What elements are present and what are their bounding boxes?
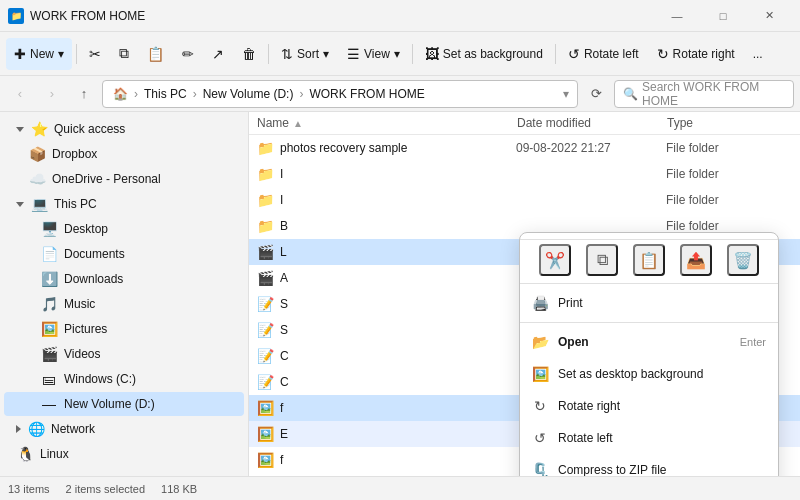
new-button[interactable]: ✚ New ▾ bbox=[6, 38, 72, 70]
file-row[interactable]: 📁 I File folder 19 bbox=[249, 187, 800, 213]
ctx-compress-zip-item[interactable]: 🗜️ Compress to ZIP file bbox=[520, 454, 778, 476]
sidebar-label: Windows (C:) bbox=[64, 372, 136, 386]
sidebar-item-windows-c[interactable]: 🖴 Windows (C:) bbox=[4, 367, 244, 391]
path-work-from-home[interactable]: WORK FROM HOME bbox=[307, 87, 426, 101]
col-header-date[interactable]: Date modified bbox=[517, 116, 667, 130]
ctx-share-button[interactable]: 📤 bbox=[680, 244, 712, 276]
minimize-button[interactable]: — bbox=[654, 0, 700, 32]
set-background-button[interactable]: 🖼 Set as background bbox=[417, 38, 551, 70]
back-button[interactable]: ‹ bbox=[6, 80, 34, 108]
title-bar: 📁 WORK FROM HOME — □ ✕ bbox=[0, 0, 800, 32]
file-type: File folder bbox=[666, 141, 796, 155]
ctx-open-label: Open bbox=[558, 335, 730, 349]
context-menu-divider-1 bbox=[520, 322, 778, 323]
this-pc-icon: 💻 bbox=[30, 196, 48, 212]
ctx-copy-button[interactable]: ⧉ bbox=[586, 244, 618, 276]
file-name: A bbox=[280, 271, 516, 285]
file-size: 41 bbox=[796, 219, 800, 233]
sidebar-item-quick-access[interactable]: ⭐ Quick access bbox=[4, 117, 244, 141]
sidebar-item-new-volume[interactable]: — New Volume (D:) bbox=[4, 392, 244, 416]
col-type-label: Type bbox=[667, 116, 693, 130]
downloads-icon: ⬇️ bbox=[40, 271, 58, 287]
path-dropdown-icon[interactable]: ▾ bbox=[563, 87, 569, 101]
more-button[interactable]: ... bbox=[745, 38, 771, 70]
col-header-type[interactable]: Type bbox=[667, 116, 797, 130]
sort-icon: ⇅ bbox=[281, 46, 293, 62]
path-this-pc[interactable]: 🏠 bbox=[111, 87, 130, 101]
file-row[interactable]: 📁 photos recovery sample 09-08-2022 21:2… bbox=[249, 135, 800, 161]
path-this-pc-label[interactable]: This PC bbox=[142, 87, 189, 101]
ctx-delete-button[interactable]: 🗑️ bbox=[727, 244, 759, 276]
sidebar-label: This PC bbox=[54, 197, 97, 211]
sidebar-item-pictures[interactable]: 🖼️ Pictures bbox=[4, 317, 244, 341]
search-box[interactable]: 🔍 Search WORK FROM HOME bbox=[614, 80, 794, 108]
context-menu-icons-bar: ✂️ ⧉ 📋 📤 🗑️ bbox=[520, 239, 778, 280]
set-bg-icon: 🖼 bbox=[425, 46, 439, 62]
set-bg-label: Set as background bbox=[443, 47, 543, 61]
chevron-right-icon bbox=[16, 425, 21, 433]
sidebar: ⭐ Quick access 📦 Dropbox ☁️ OneDrive - P… bbox=[0, 112, 249, 476]
ctx-paste-button[interactable]: 📋 bbox=[633, 244, 665, 276]
copy-button[interactable]: ⧉ bbox=[111, 38, 137, 70]
sidebar-item-music[interactable]: 🎵 Music bbox=[4, 292, 244, 316]
videos-icon: 🎬 bbox=[40, 346, 58, 362]
file-icon: 🖼️ bbox=[257, 452, 274, 468]
sidebar-item-dropbox[interactable]: 📦 Dropbox bbox=[4, 142, 244, 166]
ctx-rotate-left-item[interactable]: ↺ Rotate left bbox=[520, 422, 778, 454]
file-size: 19 bbox=[796, 193, 800, 207]
cut-button[interactable]: ✂ bbox=[81, 38, 109, 70]
print-icon: 🖨️ bbox=[532, 295, 548, 311]
view-button[interactable]: ☰ View ▾ bbox=[339, 38, 408, 70]
sidebar-item-downloads[interactable]: ⬇️ Downloads bbox=[4, 267, 244, 291]
refresh-button[interactable]: ⟳ bbox=[582, 80, 610, 108]
close-button[interactable]: ✕ bbox=[746, 0, 792, 32]
share-icon: ↗ bbox=[212, 46, 224, 62]
sidebar-item-desktop[interactable]: 🖥️ Desktop bbox=[4, 217, 244, 241]
file-icon: 📝 bbox=[257, 348, 274, 364]
path-new-volume[interactable]: New Volume (D:) bbox=[201, 87, 296, 101]
toolbar-divider-1 bbox=[76, 44, 77, 64]
sidebar-item-this-pc[interactable]: 💻 This PC bbox=[4, 192, 244, 216]
path-sep-3: › bbox=[299, 87, 303, 101]
forward-button[interactable]: › bbox=[38, 80, 66, 108]
file-size: 93 KB bbox=[796, 427, 800, 441]
rename-button[interactable]: ✏ bbox=[174, 38, 202, 70]
sidebar-item-onedrive[interactable]: ☁️ OneDrive - Personal bbox=[4, 167, 244, 191]
ctx-set-desktop-bg-item[interactable]: 🖼️ Set as desktop background bbox=[520, 358, 778, 390]
up-button[interactable]: ↑ bbox=[70, 80, 98, 108]
sidebar-item-documents[interactable]: 📄 Documents bbox=[4, 242, 244, 266]
chevron-down-icon bbox=[16, 127, 24, 132]
window-title: WORK FROM HOME bbox=[30, 9, 145, 23]
ctx-print-item[interactable]: 🖨️ Print bbox=[520, 287, 778, 319]
sort-button[interactable]: ⇅ Sort ▾ bbox=[273, 38, 337, 70]
sidebar-label: Documents bbox=[64, 247, 125, 261]
ctx-cut-button[interactable]: ✂️ bbox=[539, 244, 571, 276]
file-size: 89 KB bbox=[796, 349, 800, 363]
sidebar-item-network[interactable]: 🌐 Network bbox=[4, 417, 244, 441]
file-list-header: Name ▲ Date modified Type Size bbox=[249, 112, 800, 135]
ctx-open-item[interactable]: 📂 Open Enter bbox=[520, 326, 778, 358]
sidebar-item-videos[interactable]: 🎬 Videos bbox=[4, 342, 244, 366]
toolbar-divider-2 bbox=[268, 44, 269, 64]
paste-button[interactable]: 📋 bbox=[139, 38, 172, 70]
sidebar-item-linux[interactable]: 🐧 Linux bbox=[4, 442, 244, 466]
file-icon: 📁 bbox=[257, 166, 274, 182]
ctx-open-shortcut: Enter bbox=[740, 336, 766, 348]
search-icon: 🔍 bbox=[623, 87, 638, 101]
col-header-name[interactable]: Name ▲ bbox=[257, 116, 517, 130]
maximize-button[interactable]: □ bbox=[700, 0, 746, 32]
sidebar-label: Network bbox=[51, 422, 95, 436]
rotate-right-button[interactable]: ↻ Rotate right bbox=[649, 38, 743, 70]
path-sep-1: › bbox=[134, 87, 138, 101]
delete-button[interactable]: 🗑 bbox=[234, 38, 264, 70]
share-button[interactable]: ↗ bbox=[204, 38, 232, 70]
ctx-rotate-right-item[interactable]: ↻ Rotate right bbox=[520, 390, 778, 422]
rotate-left-button[interactable]: ↺ Rotate left bbox=[560, 38, 647, 70]
search-placeholder: Search WORK FROM HOME bbox=[642, 80, 785, 108]
file-name: E bbox=[280, 427, 516, 441]
file-size: 11 KB bbox=[796, 297, 800, 311]
address-path[interactable]: 🏠 › This PC › New Volume (D:) › WORK FRO… bbox=[102, 80, 578, 108]
copy-icon: ⧉ bbox=[119, 45, 129, 62]
file-size: 1 KB bbox=[796, 453, 800, 467]
file-row[interactable]: 📁 I File folder 12 bbox=[249, 161, 800, 187]
